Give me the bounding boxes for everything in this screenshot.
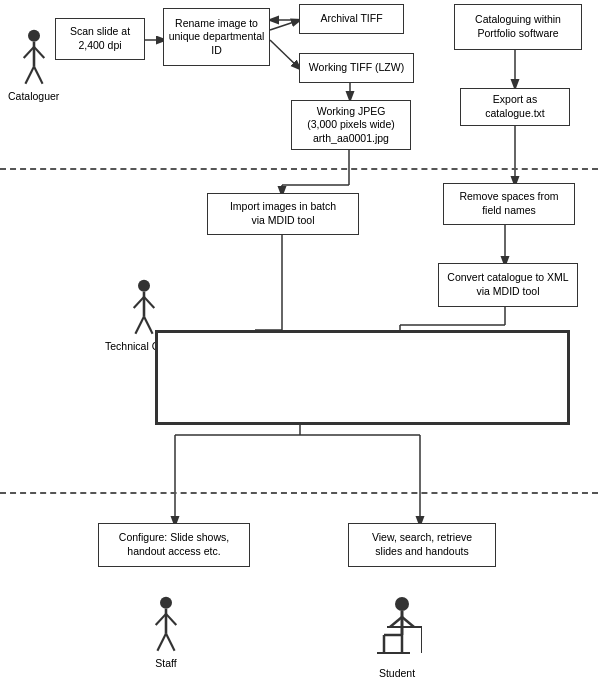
svg-point-45 (395, 597, 409, 611)
svg-line-30 (34, 47, 44, 58)
svg-line-1 (270, 20, 300, 30)
svg-point-27 (28, 30, 40, 42)
working-jpeg-box: Working JPEG(3,000 pixels wide)arth_aa00… (291, 100, 411, 150)
remove-spaces-label: Remove spaces fromfield names (459, 190, 558, 217)
working-tiff-box: Working TIFF (LZW) (299, 53, 414, 83)
svg-line-36 (144, 297, 154, 308)
configure-box: Configure: Slide shows,handout access et… (98, 523, 250, 567)
rename-image-label: Rename image tounique departmentalID (169, 17, 265, 58)
convert-catalogue-box: Convert catalogue to XMLvia MDID tool (438, 263, 578, 307)
view-search-box: View, search, retrieveslides and handout… (348, 523, 496, 567)
svg-point-39 (160, 597, 172, 609)
student-label: Student (379, 667, 415, 677)
remove-spaces-box: Remove spaces fromfield names (443, 183, 575, 225)
dashed-divider-2 (0, 492, 598, 494)
dashed-divider-1 (0, 168, 598, 170)
svg-line-47 (390, 617, 402, 627)
svg-line-48 (402, 617, 414, 627)
import-images-box: Import images in batchvia MDID tool (207, 193, 359, 235)
convert-catalogue-label: Convert catalogue to XMLvia MDID tool (447, 271, 568, 298)
technical-officer-figure (126, 278, 162, 338)
mdid-app-outer-box (155, 330, 570, 425)
view-search-label: View, search, retrieveslides and handout… (372, 531, 472, 558)
working-jpeg-label: Working JPEG(3,000 pixels wide)arth_aa00… (307, 105, 395, 146)
svg-line-41 (156, 614, 166, 625)
svg-line-37 (135, 317, 144, 334)
rename-image-box: Rename image tounique departmentalID (163, 8, 270, 66)
svg-line-2 (270, 40, 300, 69)
scan-slide-box: Scan slide at 2,400 dpi (55, 18, 145, 60)
archival-tiff-box: Archival TIFF (299, 4, 404, 34)
svg-line-31 (25, 67, 34, 84)
export-catalogue-box: Export ascatalogue.txt (460, 88, 570, 126)
cataloguer-figure (16, 28, 52, 88)
svg-point-33 (138, 280, 150, 292)
cataloguing-box: Cataloguing withinPortfolio software (454, 4, 582, 50)
configure-label: Configure: Slide shows,handout access et… (119, 531, 229, 558)
svg-line-38 (144, 317, 153, 334)
export-catalogue-label: Export ascatalogue.txt (485, 93, 545, 120)
student-person: Student (372, 595, 422, 677)
import-images-label: Import images in batchvia MDID tool (230, 200, 336, 227)
svg-line-42 (166, 614, 176, 625)
staff-person: Staff (148, 595, 184, 669)
staff-figure (148, 595, 184, 655)
staff-label: Staff (155, 657, 176, 669)
workflow-diagram: Scan slide at 2,400 dpi Rename image tou… (0, 0, 598, 677)
svg-line-44 (166, 634, 175, 651)
cataloguing-label: Cataloguing withinPortfolio software (475, 13, 561, 40)
working-tiff-label: Working TIFF (LZW) (309, 61, 404, 75)
archival-tiff-label: Archival TIFF (320, 12, 382, 26)
svg-line-43 (157, 634, 166, 651)
cataloguer-person: Cataloguer (8, 28, 59, 102)
cataloguer-label: Cataloguer (8, 90, 59, 102)
student-figure (372, 595, 422, 665)
svg-line-32 (34, 67, 43, 84)
scan-slide-label: Scan slide at 2,400 dpi (60, 25, 140, 52)
svg-line-29 (23, 47, 33, 58)
svg-line-35 (133, 297, 143, 308)
